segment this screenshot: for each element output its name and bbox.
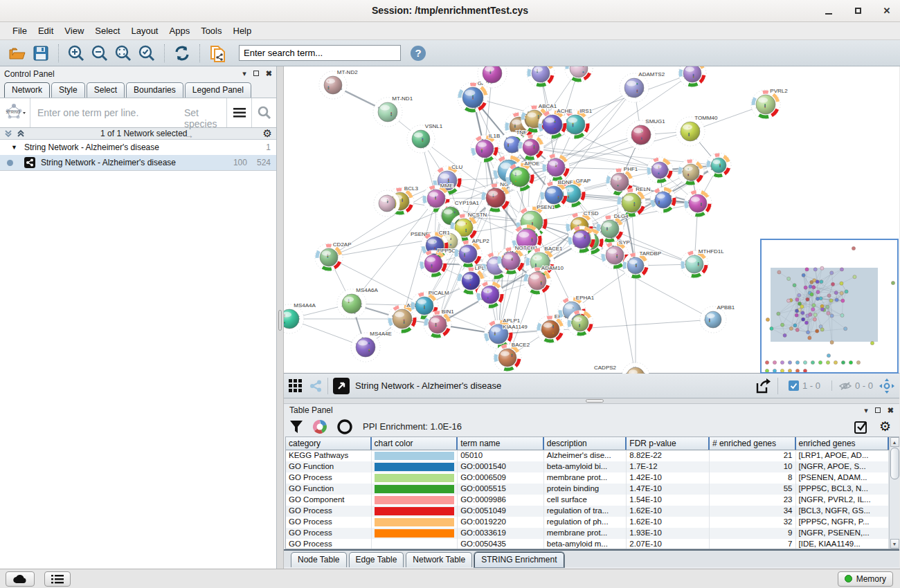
- table-row[interactable]: GO ProcessGO:0050435beta-amyloid m...2.0…: [286, 539, 889, 549]
- collapse-all-icon[interactable]: [4, 129, 12, 138]
- string-search-provider-button[interactable]: STRING: [0, 98, 30, 127]
- menu-item-edit[interactable]: Edit: [33, 24, 59, 38]
- share-network-icon[interactable]: [309, 379, 323, 393]
- search-input[interactable]: [239, 45, 401, 61]
- tab-edge-table[interactable]: Edge Table: [349, 552, 404, 567]
- column-header-chart-color[interactable]: chart color: [372, 437, 458, 450]
- network-node[interactable]: [565, 66, 593, 82]
- tab-node-table[interactable]: Node Table: [291, 552, 347, 567]
- birds-eye-toggle-icon[interactable]: [333, 378, 350, 394]
- zoom-in-button[interactable]: [66, 44, 87, 63]
- tab-select[interactable]: Select: [87, 82, 125, 98]
- network-node[interactable]: [527, 66, 555, 87]
- table-float-icon[interactable]: ▾: [864, 407, 868, 414]
- string-search-button[interactable]: [251, 98, 276, 127]
- scroll-up-arrow[interactable]: ▲: [890, 437, 899, 447]
- menu-item-apps[interactable]: Apps: [164, 24, 196, 38]
- network-panel-gear-icon[interactable]: ⚙: [263, 127, 272, 140]
- table-close-icon[interactable]: ✖: [888, 407, 894, 414]
- pan-navigation-icon[interactable]: [879, 378, 895, 394]
- save-session-button[interactable]: [30, 44, 51, 63]
- network-node[interactable]: MS4A4E: [351, 331, 392, 362]
- network-from-clipboard-button[interactable]: [207, 44, 228, 63]
- menu-item-tools[interactable]: Tools: [195, 24, 227, 38]
- column-header-fdr-p-value[interactable]: FDR p-value: [627, 437, 710, 450]
- menu-item-file[interactable]: File: [7, 24, 33, 38]
- table-undock-icon[interactable]: [875, 407, 881, 414]
- table-row[interactable]: GO ProcessGO:0033619membrane prot...1.93…: [286, 528, 889, 539]
- zoom-fit-button[interactable]: [113, 44, 134, 63]
- network-node[interactable]: MTHFD1L: [681, 248, 724, 278]
- close-button[interactable]: ✕: [879, 3, 894, 18]
- network-node[interactable]: [706, 153, 731, 178]
- tab-network-table[interactable]: Network Table: [406, 552, 472, 567]
- menu-item-help[interactable]: Help: [228, 24, 258, 38]
- zoom-selected-button[interactable]: [136, 44, 157, 63]
- table-row[interactable]: GO ProcessGO:0019220regulation of ph...1…: [286, 517, 889, 528]
- table-row[interactable]: GO ProcessGO:0006509membrane prot...1.42…: [286, 472, 889, 484]
- tab-network[interactable]: Network: [4, 82, 50, 98]
- table-row[interactable]: KEGG Pathways05010Alzheimer's dise...8.8…: [286, 450, 889, 461]
- select-rows-icon[interactable]: [854, 420, 868, 434]
- filter-icon[interactable]: [289, 420, 303, 434]
- tab-style[interactable]: Style: [51, 82, 85, 98]
- network-node[interactable]: CADPS2: [594, 362, 649, 374]
- network-node[interactable]: VSNL1: [407, 123, 443, 153]
- refresh-layout-button[interactable]: [172, 44, 192, 63]
- tab-string-enrichment[interactable]: STRING Enrichment: [474, 552, 564, 567]
- column-header-description[interactable]: description: [544, 437, 627, 450]
- collapse-icon[interactable]: ▼: [11, 144, 17, 151]
- open-session-button[interactable]: [7, 44, 28, 63]
- zoom-out-button[interactable]: [89, 44, 110, 63]
- tab-legend-panel[interactable]: Legend Panel: [185, 82, 251, 98]
- close-panel-icon[interactable]: ✖: [266, 70, 272, 77]
- enrichment-chart-icon[interactable]: [312, 419, 328, 435]
- network-node[interactable]: TOMM40: [676, 115, 718, 146]
- column-header-category[interactable]: category: [286, 437, 372, 450]
- birds-eye-view[interactable]: [760, 239, 899, 374]
- network-collection-row[interactable]: ▼ String Network - Alzheimer's disease 1: [0, 140, 276, 155]
- network-node[interactable]: PVRL2: [751, 88, 788, 119]
- minimize-button[interactable]: [821, 3, 836, 18]
- help-button[interactable]: ?: [408, 44, 429, 63]
- scroll-thumb[interactable]: [890, 448, 899, 479]
- undock-panel-icon[interactable]: [253, 70, 259, 77]
- column-header-enriched-genes[interactable]: enriched genes: [796, 437, 890, 450]
- string-query-input[interactable]: Enter one term per line. Set species →: [30, 98, 226, 127]
- export-network-icon[interactable]: [755, 378, 773, 394]
- network-row[interactable]: String Network - Alzheimer's disease 100…: [0, 155, 276, 170]
- network-node[interactable]: [678, 66, 706, 87]
- table-row[interactable]: GO ComponentGO:0009986cell surface1.54E-…: [286, 495, 889, 506]
- table-row[interactable]: GO FunctionGO:0005515protein binding1.47…: [286, 484, 889, 495]
- horizontal-splitter[interactable]: [284, 398, 899, 404]
- table-row[interactable]: GO ProcessGO:0051049regulation of tra...…: [286, 506, 889, 517]
- network-node[interactable]: ADAMTS2: [620, 71, 665, 102]
- network-node[interactable]: MT-ND1: [373, 95, 413, 127]
- cloud-tasks-button[interactable]: [6, 571, 35, 587]
- scroll-down-arrow[interactable]: ▼: [890, 539, 899, 549]
- table-settings-gear-icon[interactable]: ⚙: [879, 419, 891, 434]
- table-scrollbar[interactable]: ▲ ▼: [889, 437, 899, 549]
- task-history-button[interactable]: [44, 571, 71, 587]
- table-row[interactable]: GO FunctionGO:0001540beta-amyloid bi...1…: [286, 461, 889, 472]
- network-view[interactable]: MT-ND2MT-ND1VSNL1GAB2ADAMTS2PVRL2IRS1CHA…: [284, 66, 899, 374]
- network-node[interactable]: CD2AP: [315, 241, 352, 271]
- menu-item-view[interactable]: View: [59, 24, 89, 38]
- maximize-button[interactable]: [850, 3, 865, 18]
- network-node[interactable]: MS4A4A: [284, 302, 316, 333]
- tab-boundaries[interactable]: Boundaries: [126, 82, 183, 98]
- column-header-term-name[interactable]: term name: [458, 437, 544, 450]
- menu-item-select[interactable]: Select: [89, 24, 125, 38]
- set-species-label[interactable]: Set species →: [184, 107, 226, 140]
- float-panel-icon[interactable]: ▾: [242, 70, 246, 77]
- memory-button[interactable]: Memory: [838, 571, 893, 587]
- grid-view-icon[interactable]: [288, 378, 303, 394]
- expand-all-icon[interactable]: [17, 129, 25, 138]
- column-header-enriched-genes[interactable]: # enriched genes: [710, 437, 796, 450]
- remove-chart-icon[interactable]: [336, 419, 353, 435]
- vertical-splitter[interactable]: [277, 66, 284, 569]
- network-node[interactable]: APBB1: [700, 304, 735, 333]
- network-node[interactable]: MS4A6A: [337, 287, 379, 318]
- string-options-button[interactable]: [226, 98, 251, 127]
- menu-item-layout[interactable]: Layout: [125, 24, 163, 38]
